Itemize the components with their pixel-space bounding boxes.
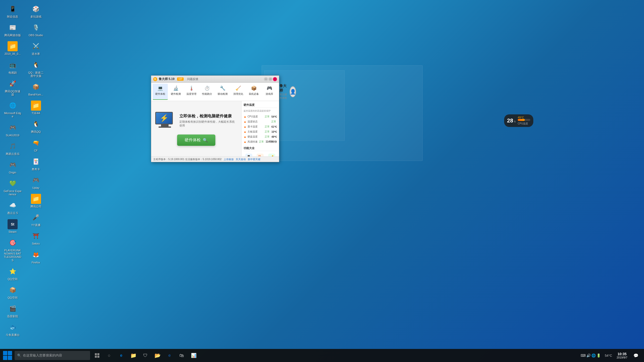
desktop-icon-25[interactable]: 🔫 CF (26, 137, 46, 154)
start-square-1 (3, 351, 7, 355)
cpu-temp-unit: k (514, 120, 516, 123)
taskbar-icon-notification[interactable]: 💬 (630, 350, 641, 361)
taskbar-icons: ○ e 📁 🛡 📂 e 🛍 📊 (92, 350, 199, 361)
hardware-check-button[interactable]: 硬件体检 🔍 (177, 134, 215, 146)
desktop-icon-9[interactable]: 🎮 Origin (3, 158, 23, 176)
desktop-icon-26[interactable]: 🃏 奥奇卡 (26, 155, 46, 172)
taskbar-icon-edge[interactable]: e (116, 350, 127, 361)
toolbar-icon-hardware: 💻 (157, 85, 164, 92)
toolbar-item-drive[interactable]: 🔧 驱动检测 (215, 84, 230, 100)
user-name-block: 鲁大师 专注硬件体检 (279, 84, 288, 100)
taskbar-icon-folder[interactable]: 📂 (152, 350, 163, 361)
temp-value-cpu: 54℃ (271, 115, 277, 118)
statusbar-link-2[interactable]: 关天改动 (236, 158, 246, 161)
user-name: 鲁大师 (279, 84, 288, 93)
icon-img-steam: St (8, 219, 18, 229)
desktop-icon-11[interactable]: ☁️ 惠云云 5 (3, 199, 23, 216)
tray-icon-network[interactable]: 🌐 (591, 353, 596, 357)
desktop-icon-14[interactable]: ⭐ QQ空间 (3, 265, 23, 282)
start-button[interactable] (1, 349, 14, 362)
toolbar-icon-hardware2: 🔬 (172, 85, 179, 92)
cpu-info: 49°C CPU温度 (518, 116, 530, 125)
window-statusbar: 主程序版本：5.19.1000.001 生活服务版本：5.1019.1050.8… (151, 156, 279, 162)
taskbar-icon-store[interactable]: 🛍 (176, 350, 187, 361)
desktop-icon-24[interactable]: 🐧 腾讯QQ (26, 118, 46, 135)
desktop-icon-13[interactable]: 🎯 PLAYERUNKNOWN'S BATTLEGROUNDS (3, 236, 23, 264)
func-item-phone[interactable]: 📱 手机端社大师 (244, 153, 254, 156)
desktop-icon-6[interactable]: 🌐 Microsoft Edge (3, 99, 23, 120)
func-item-fast[interactable]: 💰 快速借钱 (266, 153, 277, 156)
desktop-icon-4[interactable]: 📺 电视剧 (3, 59, 23, 76)
func-item-market[interactable]: 🏪 二手商城 (255, 153, 266, 156)
desktop-icon-29[interactable]: 🎤 YY直播 (26, 211, 46, 228)
datetime-block[interactable]: 10:35 2019/9/7 (615, 352, 629, 359)
desktop-icon-steam[interactable]: St Steam (3, 218, 23, 235)
desktop-icon-3[interactable]: 📁 2019_06_0... (3, 40, 23, 57)
tray-icon-volume[interactable]: 🔊 (586, 353, 591, 357)
icon-img-24: 🐧 (31, 119, 41, 129)
close-button[interactable]: × (273, 77, 277, 81)
user-avatar[interactable]: 👤 (290, 86, 296, 97)
taskbar-icon-app[interactable]: 📊 (188, 350, 199, 361)
desktop-icon-23[interactable]: 📁 T1E4A (26, 99, 46, 116)
icon-label-13: PLAYERUNKNOWN'S BATTLEGROUNDS (4, 249, 22, 262)
toolbar-item-clean[interactable]: 🧹 清理优化 (231, 84, 246, 100)
desktop-icon-10[interactable]: 💚 GeForce Experience (3, 177, 23, 198)
toolbar-icon-temp: 🌡️ (188, 85, 195, 92)
taskbar-icon-cortana[interactable]: ○ (104, 350, 115, 361)
desktop-icon-20[interactable]: ⚔️ 逆水寒 (26, 40, 46, 57)
desktop-icon-18[interactable]: 🎲 多玩游戏 (26, 3, 46, 20)
desktop-icon-1[interactable]: 📱 附近信息 (3, 3, 23, 20)
maximize-button[interactable]: □ (268, 77, 272, 81)
desktop-icon-5[interactable]: 🚀 腾讯QQ加速器 (3, 77, 23, 98)
minimize-button[interactable]: ─ (264, 77, 268, 81)
start-square-3 (3, 356, 7, 360)
icon-label-7: SLAG2019 (6, 134, 19, 137)
right-panel: 硬件温度 监控温度的的高温提前保护 ▲ CPU温度 正常 54℃ ▲ 温度状态 … (241, 101, 279, 156)
window-titlebar: 鲁 鲁大师 5.19 VIP 问题反馈 ─ □ × (151, 76, 279, 83)
desktop-icon-28[interactable]: 📁 腾讯公司 (26, 192, 46, 210)
toolbar-item-perf[interactable]: ⏱️ 性能跑分 (199, 84, 215, 100)
desktop-icon-16[interactable]: 🎬 迅雷影院 (3, 302, 23, 320)
toolbar-icon-perf: ⏱️ (204, 85, 211, 92)
desktop-icon-30[interactable]: ⛩️ Sekiro (26, 230, 46, 247)
temp-label-gpu: 显卡温度 (248, 125, 264, 128)
desktop-icon-8[interactable]: 🎵 网易云音乐 (3, 140, 23, 157)
desktop-icon-19[interactable]: 🎙️ OBS Studio (26, 21, 46, 38)
hero-title: 立即体检，检测电脑硬件健康 (179, 114, 237, 119)
toolbar-item-game[interactable]: 🎮 游戏库 (262, 84, 277, 100)
panel-section-subtitle: 监控温度的的高温提前保护 (244, 109, 277, 113)
toolbar-item-hardware[interactable]: 💻 硬件体检 (153, 84, 168, 100)
title-extra[interactable]: 问题反馈 (187, 77, 198, 81)
statusbar-link-1[interactable]: 上传偷放 (224, 158, 234, 161)
window-title-text: 鲁大师 5.19 (159, 77, 175, 81)
tray-icon-battery[interactable]: 🔋 (596, 353, 601, 357)
desktop-icon-17[interactable]: 🐟 斗鱼直播台 (3, 321, 23, 338)
toolbar-label-phone: 装机必备 (249, 92, 259, 96)
toolbar-icon-game: 🎮 (266, 85, 273, 92)
desktop-icon-2[interactable]: 📰 腾讯网迷你版 (3, 21, 23, 38)
statusbar-link-3[interactable]: 新中密天键 (248, 158, 260, 161)
search-icon: 🔍 (17, 353, 21, 357)
taskbar-icon-task-view[interactable] (92, 350, 103, 361)
panel-section-title: 硬件温度 (244, 103, 277, 108)
desktop-icon-15[interactable]: 📦 QQ空间 (3, 284, 23, 301)
icon-label-steam: Steam (9, 230, 17, 234)
desktop-icon-27[interactable]: 🎮 Uplay (26, 174, 46, 191)
desktop-icon-22[interactable]: 📦 BandiYum... (26, 80, 46, 98)
taskbar-icon-shield[interactable]: 🛡 (140, 350, 151, 361)
desktop-icon-31[interactable]: 🦊 Firefox (26, 248, 46, 266)
toolbar-item-temp[interactable]: 🌡️ 温度管理 (184, 84, 199, 100)
toolbar-item-phone[interactable]: 📦 装机必备 (246, 84, 261, 100)
svg-rect-1 (97, 353, 99, 355)
tray-icon-keyboard[interactable]: ⌨ (581, 353, 586, 357)
icon-img-21: 🐧 (31, 60, 41, 70)
taskbar-search[interactable]: 🔍 在这里输入您要搜索的内容 (15, 351, 90, 360)
toolbar-item-hardware2[interactable]: 🔬 硬件检测 (168, 84, 183, 100)
check-btn-text: 硬件体检 (185, 138, 201, 143)
desktop-icon-7[interactable]: 🎮 SLAG2019 (3, 121, 23, 139)
taskbar-icon-ie[interactable]: e (164, 350, 175, 361)
taskbar-icon-explorer[interactable]: 📁 (128, 350, 139, 361)
desktop-icon-21[interactable]: 🐧 QQ：新差二度中文版 (26, 59, 46, 79)
icon-label-20: 逆水寒 (32, 52, 40, 56)
